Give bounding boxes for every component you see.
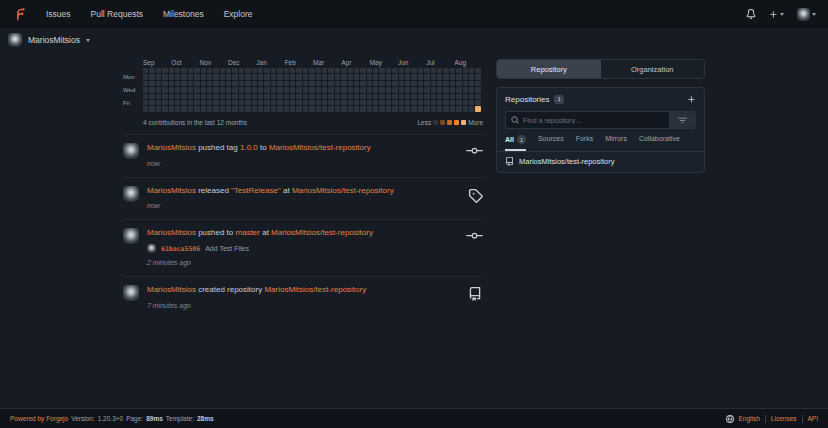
month-label: Feb	[285, 59, 313, 66]
heatmap-cell	[463, 81, 468, 86]
heatmap-cell	[245, 74, 250, 79]
heatmap-cell	[328, 106, 333, 111]
repo-filter-button[interactable]	[669, 112, 695, 128]
heatmap-cell	[328, 68, 333, 73]
release-ref-link[interactable]: "TestRelease"	[231, 186, 281, 195]
heatmap-cell	[264, 81, 269, 86]
avatar[interactable]	[123, 228, 139, 244]
nav-pull-requests[interactable]: Pull Requests	[91, 9, 143, 19]
chevron-down-icon	[812, 13, 816, 16]
heatmap-cell	[245, 87, 250, 92]
legend-square	[454, 120, 459, 125]
heatmap-cell	[284, 87, 289, 92]
licenses-link[interactable]: Licenses	[771, 415, 797, 422]
heatmap-cell	[405, 106, 410, 111]
filter-tab-mirrors[interactable]: Mirrors	[605, 135, 627, 151]
heatmap-cell	[245, 68, 250, 73]
tab-repository[interactable]: Repository	[497, 60, 601, 78]
heatmap-cell	[143, 74, 148, 79]
filter-tab-all[interactable]: All 1	[505, 135, 526, 151]
context-user-switcher[interactable]: MariosMitsios	[0, 30, 828, 50]
bell-icon[interactable]	[746, 9, 756, 19]
avatar[interactable]	[123, 285, 139, 301]
heatmap-cell	[418, 74, 423, 79]
language-selector[interactable]: English	[739, 415, 760, 422]
nav-milestones[interactable]: Milestones	[163, 9, 204, 19]
repo-link[interactable]: MariosMitsios/test-repository	[269, 143, 371, 152]
avatar[interactable]	[123, 186, 139, 202]
heatmap-cell	[213, 87, 218, 92]
heatmap-cell	[239, 94, 244, 99]
heatmap-cell	[437, 94, 442, 99]
tab-organization[interactable]: Organization	[601, 60, 705, 78]
filter-tab-collaborative[interactable]: Collaborative	[639, 135, 680, 151]
actor-link[interactable]: MariosMitsios	[147, 285, 196, 294]
heatmap-cell	[309, 74, 314, 79]
api-link[interactable]: API	[808, 415, 818, 422]
commit-hash-link[interactable]: 61baca5506	[161, 245, 200, 253]
git-commit-icon	[466, 230, 483, 266]
nav-issues[interactable]: Issues	[46, 9, 71, 19]
heatmap-cell	[475, 81, 480, 86]
heatmap-cell	[456, 100, 461, 105]
heatmap-cell	[469, 81, 474, 86]
heatmap-cell	[316, 106, 321, 111]
heatmap-cell	[271, 94, 276, 99]
heatmap-cell	[386, 94, 391, 99]
heatmap-cell	[207, 68, 212, 73]
avatar[interactable]	[123, 143, 139, 159]
heatmap-cell	[245, 100, 250, 105]
heatmap-cell	[220, 68, 225, 73]
legend-square	[433, 120, 438, 125]
heatmap-cell	[418, 81, 423, 86]
filter-tab-sources[interactable]: Sources	[538, 135, 564, 151]
heatmap-cell	[226, 100, 231, 105]
heatmap-cell	[207, 81, 212, 86]
repo-list-item[interactable]: MariosMitsios/test-repository	[497, 152, 704, 172]
new-repository-button[interactable]	[687, 95, 696, 104]
heatmap-cell	[156, 94, 161, 99]
heatmap-cell	[156, 100, 161, 105]
user-menu-button[interactable]	[797, 8, 816, 21]
repositories-title: Repositories	[505, 95, 549, 104]
heatmap-cell	[264, 74, 269, 79]
tag-ref-link[interactable]: 1.0.0	[240, 143, 258, 152]
heatmap-cell	[411, 87, 416, 92]
heatmap-cell	[418, 94, 423, 99]
heatmap-cell	[284, 68, 289, 73]
heatmap-cell	[169, 106, 174, 111]
actor-link[interactable]: MariosMitsios	[147, 186, 196, 195]
heatmap-cell	[252, 94, 257, 99]
avatar	[797, 8, 810, 21]
timestamp: 2 minutes ago	[147, 259, 458, 266]
heatmap-cell	[322, 106, 327, 111]
powered-by-link[interactable]: Powered by Forgejo	[10, 415, 68, 422]
heatmap-cell	[360, 106, 365, 111]
nav-explore[interactable]: Explore	[224, 9, 253, 19]
heatmap-cell	[316, 87, 321, 92]
actor-link[interactable]: MariosMitsios	[147, 228, 196, 237]
repo-link[interactable]: MariosMitsios/test-repository	[271, 228, 373, 237]
connector-text: at	[262, 228, 269, 237]
month-label: Sep	[143, 59, 171, 66]
create-new-button[interactable]	[769, 10, 784, 19]
heatmap-cell	[463, 68, 468, 73]
heatmap-cell	[386, 74, 391, 79]
contributions-caption: 4 contributions in the last 12 months	[143, 119, 247, 126]
heatmap-cell	[181, 81, 186, 86]
repo-link[interactable]: MariosMitsios/test-repository	[292, 186, 394, 195]
heatmap-cell	[411, 100, 416, 105]
heatmap-cell	[169, 68, 174, 73]
actor-link[interactable]: MariosMitsios	[147, 143, 196, 152]
forgejo-logo-icon[interactable]	[12, 7, 26, 21]
heatmap-cell	[284, 100, 289, 105]
repo-search-input[interactable]	[523, 117, 669, 124]
repo-link[interactable]: MariosMitsios/test-repository	[264, 285, 366, 294]
tag-icon	[466, 188, 483, 210]
filter-tab-forks[interactable]: Forks	[576, 135, 594, 151]
branch-link[interactable]: master	[236, 228, 260, 237]
heatmap-cell	[463, 100, 468, 105]
heatmap-cell	[149, 106, 154, 111]
heatmap-cell	[162, 74, 167, 79]
heatmap-cell	[354, 74, 359, 79]
